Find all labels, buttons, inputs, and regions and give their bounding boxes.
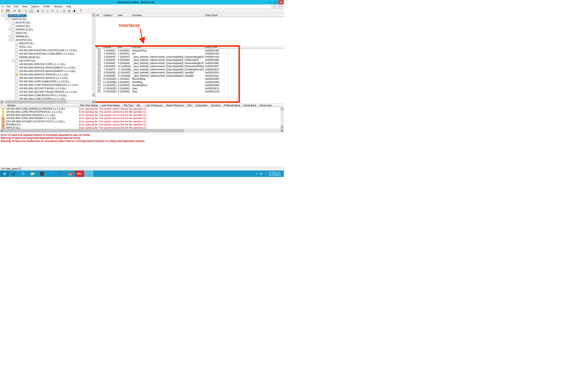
tree-node[interactable]: ▫API-MS-WIN-CORE-NAMEDPIPE-L1-2-0.DLL <box>1 80 95 83</box>
col-linkcheck[interactable]: Link Checksum <box>145 104 165 107</box>
module-row[interactable]: ⧗?MFPLAT.DLLError opening file. The syst… <box>0 126 284 129</box>
col-ordinal[interactable]: Ordinal ^ <box>102 13 117 17</box>
tree-node[interactable]: −▫AVIFIL32.DLL <box>1 17 95 21</box>
minimize-button[interactable]: — <box>267 0 272 4</box>
tree-node[interactable]: ▫API-MS-WIN-EVENTING-CONTROLLER-L1-1-0.D… <box>1 49 95 52</box>
expand-toggle-icon[interactable] <box>12 49 15 51</box>
tree-node[interactable]: ▫API-MS-WIN-SECURITY-BASE-L1-2-0.DLL <box>1 87 95 90</box>
scroll-up-icon[interactable]: ▲ <box>92 13 95 17</box>
start-button[interactable]: ⊞ <box>0 170 9 177</box>
expand-toggle-icon[interactable] <box>12 94 15 96</box>
menu-edit[interactable]: Edit <box>12 5 20 8</box>
tree-node[interactable]: +▫WINMM.DLL <box>1 35 95 38</box>
tree-node[interactable]: ▫USER32.DLL <box>1 24 95 28</box>
help-icon[interactable]: ❓ <box>79 9 83 13</box>
tb-chrome-icon[interactable]: 🌐 <box>47 170 56 177</box>
tree-node[interactable]: ▫NTDLL.DLL <box>1 45 95 49</box>
module-tree[interactable]: −▫LKEXPORT.DLL−▫AVIFIL32.DLL▫MSVCRT.DLL▫… <box>0 13 95 100</box>
tree-node[interactable]: ▫API-MS-WIN-SERVICE-CORE-L1-1-1.DLL <box>1 62 95 66</box>
module-row[interactable]: ⧗?EXT-MS-WIN-NTUSER-UICONTEXT-EXT-L1-1-0… <box>0 120 284 123</box>
col-realcheck[interactable]: Real Checksum <box>165 104 186 107</box>
expand-toggle-icon[interactable] <box>9 32 11 34</box>
mod-scroll-right-icon[interactable]: ▶ <box>281 129 284 132</box>
col-module[interactable]: Module <box>6 104 79 107</box>
expand-toggle-icon[interactable]: + <box>9 28 11 31</box>
export-row[interactable]: 7 (0x0007)11 (0x000B)_Java_linktivity_na… <box>95 68 284 71</box>
expand-toggle-icon[interactable] <box>9 25 11 27</box>
expand-toggle-icon[interactable] <box>12 70 15 72</box>
expand-toggle-icon[interactable] <box>12 56 15 58</box>
expand-toggle-icon[interactable]: + <box>12 59 15 62</box>
tb-cmd-icon[interactable]: ⬛ <box>37 170 47 177</box>
scrollbar-track[interactable] <box>92 17 95 94</box>
mod-scroll-up-icon[interactable]: ▲ <box>281 107 284 110</box>
export-row[interactable]: 2 (0x0002)1 (0x0001)Init0x00001AD0 <box>95 52 284 55</box>
expand-toggle-icon[interactable]: + <box>9 35 11 38</box>
scroll-right-icon[interactable]: ▶ <box>92 100 95 103</box>
menu-view[interactable]: View <box>20 5 29 8</box>
expand-toggle-icon[interactable] <box>9 21 11 24</box>
col-hint[interactable]: Hint <box>117 13 131 17</box>
tree-node[interactable]: ▫API-MS-WIN-SERVICE-MANAGEMENT-L2-1-0.DL… <box>1 69 95 73</box>
expand-toggle-icon[interactable] <box>12 42 15 44</box>
export-row[interactable]: 9 (0x0009)13 (0x000D)_Java_linktivity_na… <box>95 74 284 77</box>
menu-profile[interactable]: Profile <box>42 5 52 8</box>
tree-node[interactable]: ▫MSVCRT.DLL <box>1 21 95 24</box>
col-sort[interactable]: ^ <box>0 104 6 107</box>
tree-node[interactable]: +▫SECHOST.DLL <box>1 59 95 62</box>
tree-node[interactable]: ?API-MS-WIN-SERVICE-PRIVATE-L1-1-1.DLL <box>1 73 95 76</box>
tree-node[interactable]: ▫GDI32.DLL <box>1 31 95 35</box>
export-row[interactable]: 10 (0x000A)2 (0x0002)ReceiveMsg0x00001DE… <box>95 77 284 81</box>
expand-toggle-icon[interactable]: − <box>5 18 7 20</box>
export-row[interactable]: 8 (0x0008)12 (0x000C)_Java_linktivity_na… <box>95 71 284 75</box>
tree-node[interactable]: ▫API-MS-WIN-CORE-PROCESSTHREADS-L1-1-2.D… <box>1 83 95 87</box>
tb-powershell-icon[interactable]: ⧁ <box>18 170 28 177</box>
properties-icon[interactable]: ☰ <box>17 9 21 13</box>
expand-toggle-icon[interactable] <box>12 80 15 83</box>
col-pi[interactable]: PI <box>95 13 102 17</box>
mod-hscroll[interactable] <box>3 129 281 132</box>
mod-scroll-left-icon[interactable]: ◀ <box>0 129 3 132</box>
layout1-icon[interactable]: ◫ <box>62 9 66 13</box>
tray-clock[interactable]: 01:40 p. m.12/10/2017 <box>269 171 282 176</box>
expand-toggle-icon[interactable] <box>12 67 15 69</box>
expand-toggle-icon[interactable] <box>12 63 15 65</box>
expand-toggle-icon[interactable] <box>12 84 15 86</box>
close-button[interactable]: ✕ <box>278 0 284 4</box>
tb-folder-icon[interactable]: 📁 <box>28 170 37 177</box>
col-filesize[interactable]: File Size <box>122 104 135 107</box>
mod-scroll-down-icon[interactable]: ▼ <box>281 125 284 129</box>
module-row[interactable]: ⧗?IESHIMS.DLLError opening file. The sys… <box>0 123 284 126</box>
col-linkts[interactable]: Link Time Stamp <box>100 104 122 107</box>
modules-grid[interactable]: ?API-MS-WIN-CORE-KERNEL32-PRIVATE-L1-1-1… <box>0 107 284 129</box>
menu-window[interactable]: Window <box>52 5 64 8</box>
tray-sound-icon[interactable]: 🔊 <box>264 172 267 175</box>
tree-node[interactable]: ▫MSVCRT.DLL <box>1 42 95 45</box>
menu-options[interactable]: Options <box>29 5 41 8</box>
expand-toggle-icon[interactable]: − <box>9 39 11 41</box>
tree-node[interactable]: −▫ADVAPI32.DLL <box>1 38 95 42</box>
refresh-icon[interactable]: 🔄 <box>29 9 33 13</box>
expand-toggle-icon[interactable] <box>12 87 15 90</box>
export-row[interactable]: 3 (0x0003)7 (0x0007)_Java_linktivity_nat… <box>95 55 284 58</box>
copy-icon[interactable]: 📋 <box>24 9 28 13</box>
menu-help[interactable]: Help <box>65 5 73 8</box>
scroll-down-icon[interactable]: ▼ <box>92 94 95 97</box>
tree-node[interactable]: ▫API-MS-WIN-SERVICE-WINSVC-L1-2-0.DLL <box>1 76 95 80</box>
tray-network-icon[interactable]: 🖧 <box>260 172 262 175</box>
expand-toggle-icon[interactable] <box>12 77 15 79</box>
tree-node[interactable]: ▫API-MS-WIN-CORE-REGISTRY-L1-1-0.DLL <box>1 94 95 97</box>
export-row[interactable]: 5 (0x0005)9 (0x0009)_Java_linktivity_nat… <box>95 62 284 65</box>
mdi-restore-button[interactable]: ▫ <box>275 5 279 8</box>
export-row[interactable]: 12 (0x000C)4 (0x0004)SendMsgProc0x00001D… <box>95 84 284 87</box>
tray-flag-icon[interactable]: 🏳 <box>256 172 258 175</box>
expand-toggle-icon[interactable]: − <box>1 15 3 17</box>
export-row[interactable]: 6 (0x0006)10 (0x000A)_Java_linktivity_na… <box>95 65 284 68</box>
export-row[interactable]: 1 (0x0001)0 (0x0000)DispatchMsg0x00001A8… <box>95 49 284 52</box>
module-row[interactable]: ?API-MS-WIN-CORE-PRIVATEPROFILE-L1-1-1.D… <box>0 110 284 114</box>
export-row[interactable]: 4 (0x0004)8 (0x0008)_Java_linktivity_nat… <box>95 58 284 62</box>
col-ordinal-exp[interactable]: Ordinal ^ <box>102 45 117 49</box>
maximize-button[interactable]: ▢ <box>272 0 278 4</box>
tree-node[interactable]: ▫API-MS-WIN-EVENTING-CONSUMER-L1-1-0.DLL <box>1 52 95 55</box>
open-icon[interactable]: 📂 <box>1 9 5 13</box>
